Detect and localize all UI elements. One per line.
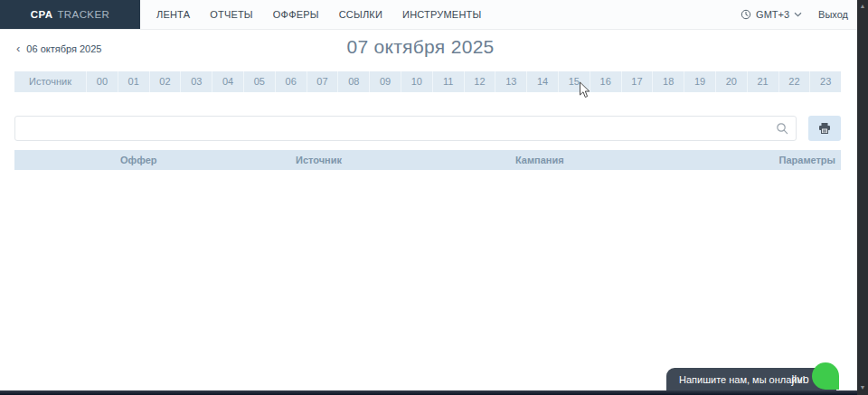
hour-cell: 05 (243, 71, 275, 92)
page-title: 07 октября 2025 (0, 36, 841, 58)
hour-cell: 01 (118, 71, 149, 92)
hour-cell: 14 (526, 71, 558, 92)
hour-cells: 0001020304050607080910111213141516171819… (86, 71, 841, 92)
hour-cell: 11 (432, 71, 464, 92)
hour-cell: 12 (464, 71, 495, 92)
window-bottom-edge (0, 390, 868, 395)
logout-link[interactable]: Выход (818, 9, 848, 20)
menu-item[interactable]: ССЫЛКИ (339, 9, 382, 20)
table-header-cell: Источник (296, 155, 515, 165)
hour-cell: 10 (401, 71, 432, 92)
table-header-cell: Кампания (515, 155, 779, 165)
chat-widget[interactable]: Напишите нам, мы онлайн! jivo (666, 368, 836, 391)
hour-cell: 20 (715, 71, 747, 92)
navbar-right: GMT+3 Выход (741, 0, 848, 29)
brand-logo[interactable]: CPA TRACKER (0, 0, 140, 29)
hour-cell: 23 (809, 71, 841, 92)
hour-cell: 18 (652, 71, 684, 92)
timezone-label: GMT+3 (756, 9, 789, 20)
search-field-wrap (14, 116, 797, 141)
main-menu: ЛЕНТАОТЧЕТЫОФФЕРЫССЫЛКИИНСТРУМЕНТЫ (156, 9, 481, 20)
table-header-cell: Параметры (779, 155, 841, 165)
timezone-selector[interactable]: GMT+3 (741, 9, 802, 20)
print-button[interactable] (808, 116, 841, 141)
hour-cell: 15 (558, 71, 590, 92)
hour-cell: 00 (86, 71, 118, 92)
hours-header-bar: Источник 0001020304050607080910111213141… (14, 71, 841, 92)
chat-leaf-icon (812, 362, 839, 390)
search-row (14, 116, 841, 141)
hour-cell: 06 (275, 71, 307, 92)
menu-item[interactable]: ЛЕНТА (156, 9, 190, 20)
source-column-label: Источник (14, 71, 86, 92)
app-window: CPA TRACKER ЛЕНТАОТЧЕТЫОФФЕРЫССЫЛКИИНСТР… (0, 0, 868, 395)
jivo-logo: jivo (791, 368, 809, 391)
table-header-cell: Оффер (120, 155, 296, 165)
hour-cell: 04 (212, 71, 243, 92)
chevron-down-icon (794, 12, 802, 17)
hour-cell: 22 (778, 71, 810, 92)
printer-icon (818, 122, 831, 135)
chat-message: Напишите нам, мы онлайн! (679, 368, 806, 391)
menu-item[interactable]: ОТЧЕТЫ (210, 9, 253, 20)
scroll-down-icon[interactable]: ▼ (857, 384, 868, 391)
search-input[interactable] (14, 116, 797, 141)
menu-item[interactable]: ОФФЕРЫ (273, 9, 319, 20)
hour-cell: 16 (590, 71, 621, 92)
clock-icon (741, 9, 751, 20)
top-navbar: CPA TRACKER ЛЕНТАОТЧЕТЫОФФЕРЫССЫЛКИИНСТР… (0, 0, 857, 30)
hour-cell: 09 (369, 71, 401, 92)
scroll-up-icon[interactable]: ▲ (857, 3, 868, 10)
table-header: ОфферИсточникКампанияПараметры (14, 150, 841, 170)
hour-cell: 03 (180, 71, 212, 92)
hour-cell: 07 (307, 71, 338, 92)
brand-bold-text: CPA (31, 9, 53, 20)
hour-cell: 19 (684, 71, 715, 92)
search-icon (776, 122, 788, 135)
hour-cell: 08 (337, 71, 369, 92)
scrollbar[interactable]: ▲ ▼ (857, 0, 868, 395)
menu-item[interactable]: ИНСТРУМЕНТЫ (402, 9, 481, 20)
hour-cell: 21 (747, 71, 778, 92)
hour-cell: 17 (621, 71, 653, 92)
brand-rest-text: TRACKER (57, 9, 109, 20)
hour-cell: 13 (495, 71, 526, 92)
hour-cell: 02 (149, 71, 181, 92)
